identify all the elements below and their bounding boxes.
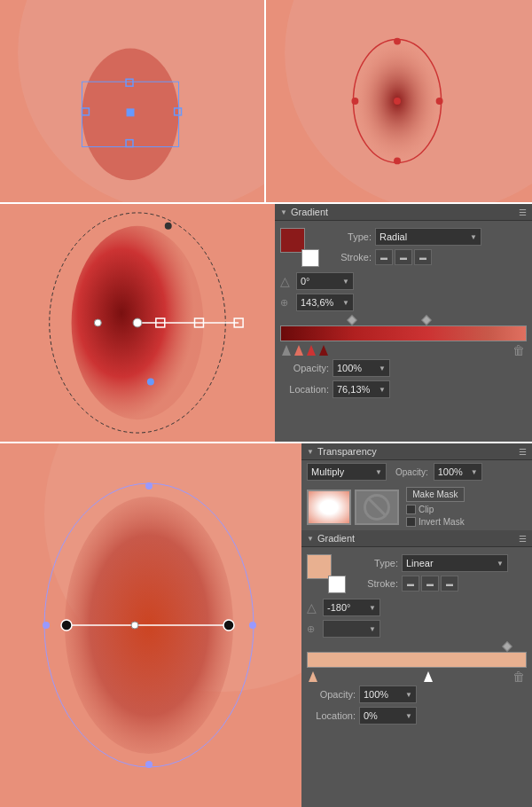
svg-point-31 [223,620,234,631]
gradient-bot-triangle-icon: ▼ [307,535,314,543]
stop-bot-right[interactable] [424,671,433,682]
invert-label: Invert Mask [419,517,465,527]
opacity-row-bot: Opacity: 100% ▼ [301,684,532,705]
transp-opacity-label: Opacity: [395,467,428,477]
clip-checkbox[interactable] [406,505,416,514]
svg-point-24 [165,223,172,230]
stop-left-mid[interactable] [282,345,291,356]
svg-point-30 [61,620,72,631]
angle-row-mid: △ 0° ▼ [275,270,532,292]
triangle-icon: ▼ [280,208,287,216]
no-icon [364,494,390,521]
location-input-mid[interactable]: 76,13% ▼ [332,380,390,398]
stroke-label-mid: Stroke: [323,252,372,262]
angle-input-mid[interactable]: 0° ▼ [296,272,354,290]
svg-point-19 [133,318,142,327]
angle-icon-mid: △ [280,274,293,288]
scale-icon-mid: ⊕ [280,297,293,309]
scale-input-mid[interactable]: 143,6% ▼ [296,294,354,311]
gradient-bot-menu-icon[interactable]: ☰ [519,534,527,544]
location-label-bot: Location: [307,710,356,721]
scale-arrow-icon: ▼ [342,299,349,307]
mask-buttons-area: Make Mask Clip Invert Mask [406,487,465,527]
stroke-icon-2[interactable]: ▬ [395,249,412,265]
svg-point-15 [436,98,443,105]
type-dropdown-bot[interactable]: Linear ▼ [402,554,508,572]
color-swatch-bot[interactable] [307,554,339,588]
opacity-label-mid: Opacity: [280,363,329,373]
gradient-panel-bot-title: Gradient [317,533,355,544]
color-swatch-mid[interactable] [280,228,312,262]
svg-point-36 [249,622,256,629]
transparency-panel: ▼ Transparency ☰ Multiply ▼ Opacity: 100… [301,443,532,530]
canvas-bot [0,443,301,807]
gradient-panel-bot-header: ▼ Gradient ☰ [301,530,532,547]
location-input-bot[interactable]: 0% ▼ [359,707,417,725]
transp-triangle-icon: ▼ [307,448,314,456]
svg-point-20 [94,319,101,326]
location-row-mid: Location: 76,13% ▼ [275,379,532,400]
svg-point-33 [145,482,153,490]
gradient-bottom-stops-mid [282,345,328,356]
stroke-icon-bot-1[interactable]: ▬ [402,576,419,592]
blend-dropdown[interactable]: Multiply ▼ [307,463,387,481]
scale-row-mid: ⊕ 143,6% ▼ [275,292,532,313]
scale-icon-bot: ⊕ [307,623,319,635]
svg-point-13 [394,157,401,164]
type-arrow-bot-icon: ▼ [497,560,504,568]
gradient-panel-bot: ▼ Gradient ☰ Type: Linear [301,530,532,807]
opacity-input-mid[interactable]: 100% ▼ [332,359,390,377]
gradient-panel-mid-header: ▼ Gradient ☰ [275,204,532,221]
stop-mid1[interactable] [294,345,303,356]
stop-right-mid[interactable] [319,345,328,356]
delete-stop-icon-mid[interactable]: 🗑 [512,343,525,357]
diamond-stop-2[interactable] [421,315,431,325]
scale-row-bot: ⊕ ▼ [301,618,532,639]
canvas-top-right [266,0,532,204]
svg-rect-7 [127,109,134,116]
bot-panels: ▼ Transparency ☰ Multiply ▼ Opacity: 100… [301,443,532,807]
svg-point-14 [351,98,358,105]
transp-menu-icon[interactable]: ☰ [519,447,527,457]
gradient-bar-bot[interactable] [307,652,527,668]
transp-opacity-input[interactable]: 100% ▼ [434,463,482,481]
blend-arrow-icon: ▼ [375,468,382,476]
invert-checkbox[interactable] [406,517,416,527]
canvas-top-left [0,0,266,204]
clip-label: Clip [419,505,434,514]
delete-stop-icon-bot[interactable]: 🗑 [512,670,525,684]
stroke-icon-bot-2[interactable]: ▬ [421,576,439,592]
stop-mid2[interactable] [307,345,316,356]
diamond-bot-1[interactable] [502,641,512,651]
stroke-icon-bot-3[interactable]: ▬ [441,576,458,592]
scale-input-bot[interactable]: ▼ [323,620,380,638]
stroke-icon-1[interactable]: ▬ [375,249,393,265]
transparency-title: Transparency [317,446,377,457]
svg-point-25 [147,379,154,386]
gradient-panel-mid-title: Gradient [291,207,328,217]
swatch-overlay-bot[interactable] [328,576,346,593]
location-label-mid: Location: [280,384,329,395]
diamond-stop-1[interactable] [348,315,357,325]
svg-point-11 [394,98,401,105]
svg-point-32 [131,622,138,629]
angle-input-bot[interactable]: -180° ▼ [323,599,380,616]
stroke-icons-mid: ▬ ▬ ▬ [375,249,432,265]
mask-thumb-gradient[interactable] [307,490,351,525]
invert-check: Invert Mask [406,517,465,527]
swatch-overlay[interactable] [301,249,319,267]
svg-point-12 [394,38,401,45]
angle-row-bot: △ -180° ▼ [301,597,532,618]
mask-thumb-no[interactable] [355,490,399,525]
gradient-bar-mid[interactable] [280,325,527,341]
opacity-row-mid: Opacity: 100% ▼ [275,357,532,379]
panel-menu-icon[interactable]: ☰ [519,208,527,217]
svg-point-35 [43,622,50,629]
stroke-icon-3[interactable]: ▬ [414,249,432,265]
dropdown-arrow-icon: ▼ [470,233,477,241]
make-mask-button[interactable]: Make Mask [406,487,465,502]
location-row-bot: Location: 0% ▼ [301,705,532,726]
opacity-input-bot[interactable]: 100% ▼ [359,686,417,703]
type-dropdown-mid[interactable]: Radial ▼ [375,228,481,246]
stop-bot-left[interactable] [309,671,317,682]
